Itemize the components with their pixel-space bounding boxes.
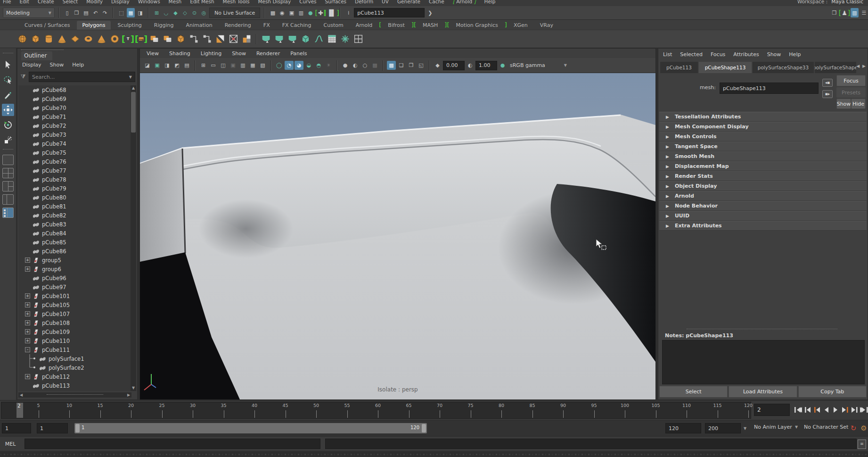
redo-icon[interactable]: ↷ [101,8,109,17]
range-end-handle[interactable] [422,424,426,432]
outliner-item-pCube68[interactable]: pCube68 [18,85,131,94]
connect-tool-icon[interactable] [214,32,227,46]
quad-draw-icon[interactable] [240,32,253,46]
move-tool[interactable] [2,104,14,116]
viewport-menu-renderer[interactable]: Renderer [256,50,280,57]
xray-active-icon[interactable]: ❐ [407,61,416,70]
section-node-behavior[interactable]: ▶Node Behavior [659,201,867,211]
shelf-tab-animation[interactable]: Animation [180,21,218,30]
render-settings-icon[interactable]: ▥ [297,8,305,17]
camera-attributes-icon[interactable]: ◨ [163,61,172,70]
menu-windows[interactable]: Windows [138,0,160,4]
step-back-key-button[interactable] [812,403,821,417]
outliner-item-pCube78[interactable]: pCube78 [18,175,131,184]
shadows-icon[interactable]: ◓ [314,61,323,70]
shelf-tab-mash[interactable]: MASH [417,21,443,30]
output-connection-icon[interactable]: ▪▸ [822,90,833,98]
crease-icon[interactable] [286,32,299,46]
poly-cylinder-icon[interactable] [42,32,55,46]
attribute-editor-menu-list[interactable]: List [663,51,672,58]
outliner-item-group6[interactable]: +group6 [18,265,131,274]
menu-help[interactable]: Help [484,0,496,4]
shelf-tab-polygons[interactable]: Polygons [77,21,111,30]
expander-plus-icon[interactable]: + [25,320,30,325]
outliner-item-group5[interactable]: +group5 [18,256,131,265]
outliner-item-pCube96[interactable]: pCube96 [18,274,131,283]
plane-toggle-icon[interactable]: ◱ [417,61,426,70]
make-live-icon[interactable]: ◎ [200,8,208,17]
outliner-item-pCube71[interactable]: pCube71 [18,112,131,121]
isolate-add-icon[interactable]: ◐ [351,61,360,70]
toolbox-drag-handle[interactable] [3,53,13,56]
paint-transfer-icon[interactable] [326,32,338,46]
menu-cache[interactable]: Cache [429,0,444,4]
subdiv-proxy-icon[interactable] [299,32,312,46]
poly-torus-icon[interactable] [82,32,95,46]
attribute-tab-polySurfaceShape3[interactable]: polySurfaceShape3 [815,62,856,73]
playback-end-field[interactable]: 120 [665,423,701,433]
section-uuid[interactable]: ▶UUID [659,211,867,221]
ambient-occlusion-icon[interactable]: ☀ [324,61,333,70]
menu-display[interactable]: Display [111,0,130,4]
section-displacement-map[interactable]: ▶Displacement Map [659,161,867,171]
expander-plus-icon[interactable]: + [25,258,30,263]
section-arnold[interactable]: ▶Arnold [659,191,867,201]
shelf-tab-vray[interactable]: VRay [534,21,559,30]
animation-end-field[interactable]: 200 [705,423,741,433]
outliner-item-pCube79[interactable]: pCube79 [18,184,131,193]
shelf-tab-rendering[interactable]: Rendering [219,21,257,30]
time-ruler[interactable]: 5101520253035404550556065707580859095100… [1,402,751,419]
section-mesh-component-display[interactable]: ▶Mesh Component Display [659,122,867,132]
layout-pane-with-bar-button[interactable] [2,194,14,205]
grease-pencil-icon[interactable]: ◩ [172,61,181,70]
smooth-hard-edge-icon[interactable] [273,32,286,46]
film-gate-icon[interactable]: ▭ [209,61,218,70]
focus-button[interactable]: Focus [836,75,866,86]
viewport-scene[interactable]: Isolate : persp [140,73,655,399]
attribute-tab-pCubeShape113[interactable]: pCubeShape113 [699,62,752,73]
notes-drag-handle[interactable] [687,329,837,329]
hide-button[interactable]: Hide [851,99,866,109]
shelf-tab-curves-surfaces[interactable]: Curves / Surfaces [19,21,76,30]
notes-textarea[interactable] [662,340,865,384]
scroll-down-arrow-icon[interactable]: ▼ [131,385,136,391]
shelf-tab-motion-graphics[interactable]: Motion Graphics [450,21,503,30]
menu-set-dropdown[interactable]: Modeling ▼ [3,8,55,18]
snap-curve-icon[interactable]: ◡ [162,8,170,17]
footer-select-button[interactable]: Select [659,386,728,398]
chevron-down-icon[interactable]: ▼ [744,426,746,431]
select-object-icon[interactable]: ▦ [127,8,135,17]
outliner-item-pCube84[interactable]: pCube84 [18,229,131,238]
expander-plus-icon[interactable]: + [25,293,30,299]
menu-mesh-tools[interactable]: Mesh Tools [223,0,250,4]
lasso-select-tool[interactable] [2,74,14,86]
filter-icon[interactable]: ⧩ [19,73,27,81]
range-start-handle[interactable] [75,424,80,432]
mesh-name-field[interactable]: pCubeShape113 [720,83,819,94]
scroll-left-arrow-icon[interactable]: ◀ [18,392,24,398]
outliner-item-pCube77[interactable]: pCube77 [18,166,131,175]
menu-select[interactable]: Select [63,0,78,4]
gate-mask-icon[interactable]: ▣ [229,61,237,70]
xray-joints-icon[interactable]: ❏ [397,61,406,70]
animation-preferences-icon[interactable]: ⚙ [859,423,868,433]
outliner-item-polySurface1[interactable]: polySurface1 [18,354,131,363]
open-scene-icon[interactable]: ❐ [73,8,81,17]
outliner-item-pCube85[interactable]: pCube85 [18,238,131,247]
textured-mode-icon[interactable]: ◕ [295,61,303,70]
shelf-tab-fx[interactable]: FX [258,21,276,30]
target-weld-icon[interactable] [227,32,240,46]
shelf-tab-bifrost[interactable]: Bifrost [382,21,410,30]
save-scene-icon[interactable]: ▤ [82,8,90,17]
fog-icon[interactable]: ▩ [370,61,379,70]
menu-generate[interactable]: Generate [397,0,420,4]
shelf-tab-xgen[interactable]: XGen [508,21,533,30]
attribute-tab-pCube113[interactable]: pCube113 [660,62,698,73]
script-editor-icon[interactable]: ≡ [858,440,866,449]
outliner-item-pCube72[interactable]: pCube72 [18,121,131,130]
section-object-display[interactable]: ▶Object Display [659,181,867,191]
select-camera-icon[interactable]: ◪ [143,61,152,70]
scale-tool[interactable] [2,134,14,146]
menu-file[interactable]: File [3,0,11,4]
attribute-editor-menu-show[interactable]: Show [767,51,781,58]
